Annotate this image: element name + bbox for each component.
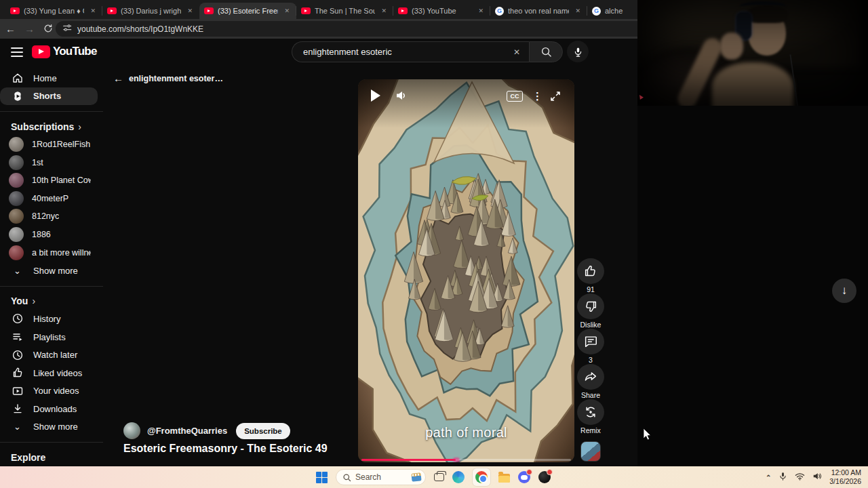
tab-close-icon[interactable]: ✕	[282, 7, 292, 15]
sidebar-subscription-item[interactable]: 1886	[0, 226, 103, 244]
next-short-button[interactable]: ↓	[832, 279, 856, 303]
chevron-right-icon: ›	[32, 296, 35, 306]
sidebar-item-history[interactable]: History	[0, 310, 98, 328]
sidebar-item-shorts[interactable]: Shorts	[0, 87, 98, 106]
chrome-active-indicator[interactable]	[473, 468, 490, 486]
tab-close-icon[interactable]: ✕	[573, 7, 583, 15]
volume-button[interactable]	[395, 89, 407, 102]
channel-handle[interactable]: @FromtheQuarries	[147, 426, 227, 436]
taskbar-search[interactable]: Search	[336, 469, 426, 485]
sidebar-subscription-item[interactable]: 1st	[0, 153, 103, 171]
subscription-name: 1Rod1ReelFishing	[32, 140, 90, 149]
tab-close-icon[interactable]: ✕	[379, 7, 389, 15]
channel-avatar[interactable]	[123, 422, 140, 439]
search-highlight-icon	[411, 472, 421, 481]
voice-search-button[interactable]	[567, 41, 589, 62]
back-icon[interactable]: ←	[5, 24, 16, 34]
subscription-name: 1st	[32, 158, 43, 167]
rail-channel-avatar[interactable]	[580, 441, 601, 462]
sidebar: HomeShortsSubscriptions›1Rod1ReelFishing…	[0, 66, 103, 466]
reload-icon[interactable]	[43, 24, 53, 35]
search-button[interactable]	[529, 41, 563, 62]
more-options-icon[interactable]: ⋮	[532, 90, 542, 102]
shorts-back-chip[interactable]: ← enlightenment esoter…	[113, 73, 223, 84]
tab-close-icon[interactable]: ✕	[476, 7, 486, 15]
volume-icon[interactable]	[812, 471, 822, 483]
clock-time: 12:00 AM	[829, 468, 861, 477]
back-arrow-icon[interactable]: ←	[113, 73, 123, 84]
tab-title: The Sun | The Soul | The Fou	[315, 7, 375, 15]
youtube-logo[interactable]: YouTube	[32, 45, 97, 58]
browser-tab-4[interactable]: The Sun | The Soul | The Fou✕	[296, 3, 393, 19]
edge-icon[interactable]	[452, 471, 465, 483]
sidebar-subscription-item[interactable]: 10th Planet Covi…	[0, 171, 103, 190]
comment-button[interactable]	[577, 329, 604, 354]
google-favicon-icon: G	[495, 7, 504, 16]
browser-tab-2[interactable]: (33) Darius j wright - YouTub✕	[102, 3, 199, 19]
browser-tab-5[interactable]: (33) YouTube✕	[393, 3, 490, 19]
tab-close-icon[interactable]: ✕	[88, 7, 98, 15]
sidebar-item-liked-videos[interactable]: Liked videos	[0, 364, 98, 382]
sidebar-item-playlists[interactable]: Playlists	[0, 328, 98, 346]
start-button[interactable]	[316, 472, 328, 483]
browser-tab-1[interactable]: (33) Yung Lean ♦ Ginseng S✕	[5, 3, 102, 19]
sidebar-subscription-item[interactable]: 812nyc	[0, 207, 103, 226]
show-more-button[interactable]: ⌄Show more	[0, 418, 98, 436]
sidebar-subscription-item[interactable]: 1Rod1ReelFishing	[0, 136, 103, 154]
task-view-button[interactable]	[434, 473, 444, 481]
file-explorer-icon[interactable]	[498, 474, 510, 483]
search-clear-icon[interactable]: ✕	[511, 47, 522, 57]
progress-bar[interactable]	[361, 459, 571, 461]
you-header[interactable]: You›	[0, 293, 103, 310]
play-button[interactable]	[371, 89, 380, 102]
search-input[interactable]	[302, 46, 511, 58]
sidebar-subscription-item[interactable]: 40meterP	[0, 190, 103, 208]
progress-scrubber[interactable]	[453, 458, 460, 462]
video-frame	[358, 79, 574, 462]
forward-icon[interactable]: →	[24, 24, 35, 34]
shorts-player[interactable]: CC ⋮ path of moral	[358, 79, 574, 462]
sidebar-item-your-videos[interactable]: Your videos	[0, 382, 98, 401]
subscription-name: 812nyc	[32, 211, 59, 221]
like-button[interactable]	[577, 258, 604, 284]
subscriptions-title: Subscriptions	[11, 121, 74, 132]
speaker-icon	[395, 89, 407, 102]
remix-button[interactable]	[577, 399, 604, 425]
channel-avatar	[9, 137, 24, 152]
system-tray: ⌃ 12:00 AM 3/16/2026	[766, 466, 861, 488]
tray-chevron-icon[interactable]: ⌃	[766, 474, 771, 481]
search-box[interactable]: ✕	[292, 41, 529, 62]
browser-tab-6[interactable]: Gtheo von real name - Googl✕	[490, 3, 587, 19]
action-label: 91	[587, 285, 595, 293]
action-dislike: Dislike	[577, 293, 604, 329]
captions-button[interactable]: CC	[507, 91, 523, 102]
sidebar-item-downloads[interactable]: Downloads	[0, 400, 98, 418]
guide-menu-icon[interactable]	[11, 47, 23, 57]
search-icon	[342, 473, 351, 482]
taskbar-clock[interactable]: 12:00 AM 3/16/2026	[829, 468, 861, 486]
subscriptions-header[interactable]: Subscriptions›	[0, 118, 103, 136]
tab-close-icon[interactable]: ✕	[185, 7, 195, 15]
show-more-button[interactable]: ⌄Show more	[0, 262, 98, 280]
back-chip-label: enlightenment esoter…	[129, 74, 223, 83]
share-button[interactable]	[577, 364, 604, 390]
site-settings-icon[interactable]	[62, 23, 72, 35]
action-label: 3	[589, 356, 593, 364]
webcam-overlay	[637, 0, 868, 106]
wifi-icon[interactable]	[795, 471, 805, 483]
dislike-button[interactable]	[577, 293, 604, 319]
browser-tab-3[interactable]: (33) Esoteric Freemasonry - T✕	[199, 3, 296, 19]
sidebar-item-home[interactable]: Home	[0, 69, 98, 87]
fullscreen-icon[interactable]	[550, 91, 561, 102]
sidebar-item-label: Home	[33, 73, 57, 83]
sidebar-subscription-item[interactable]: a bit more willne	[0, 243, 103, 262]
tray-mic-icon[interactable]	[778, 471, 787, 483]
action-label: Remix	[580, 426, 601, 434]
explore-header[interactable]: Explore	[0, 449, 103, 466]
sidebar-item-watch-later[interactable]: Watch later	[0, 346, 98, 364]
tab-title: (33) Yung Lean ♦ Ginseng S	[24, 7, 84, 15]
discord-icon[interactable]	[518, 471, 530, 483]
app-icon[interactable]	[538, 471, 551, 483]
subscribe-button[interactable]: Subscribe	[236, 423, 290, 439]
channel-avatar	[9, 245, 24, 260]
